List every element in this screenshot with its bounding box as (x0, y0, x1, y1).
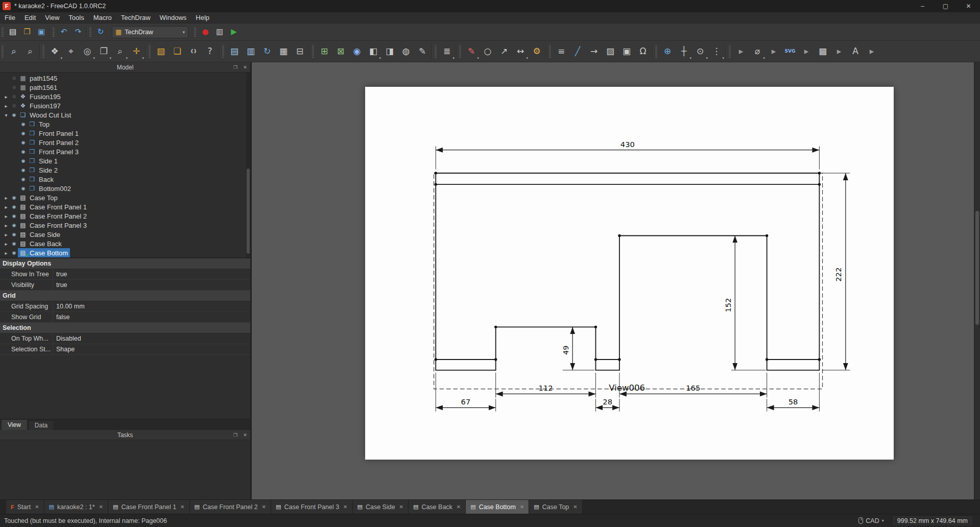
menu-item-tools[interactable]: Tools (64, 12, 88, 23)
tree-item[interactable]: ▸◉▤Case Front Panel 2 (0, 211, 250, 221)
zoom-in-button[interactable]: ⌕ (22, 43, 38, 60)
tree-expand-arrow[interactable]: ▸ (2, 213, 10, 219)
tab-data[interactable]: Data (28, 420, 54, 430)
workbench-selector[interactable]: ▦ TechDraw ▾ (112, 26, 188, 38)
menu-item-help[interactable]: Help (191, 12, 214, 23)
visibility-eye-icon[interactable]: ◉ (19, 158, 27, 163)
tree-item[interactable]: ▸◉▤✓Case Bottom (0, 248, 250, 257)
mdi-tab-case-side[interactable]: ▤Case Side✕ (353, 500, 409, 514)
techdraw-view006[interactable]: 430 222 152 49 112 165 67 28 58 View006 (365, 87, 894, 460)
complex-section-button[interactable]: ◨ (381, 43, 398, 60)
mdi-tab-case-bottom[interactable]: ▤Case Bottom✕ (466, 500, 529, 514)
close-icon[interactable]: ✕ (343, 504, 347, 510)
viewport-scrollbar[interactable] (974, 62, 980, 499)
line-attributes-button[interactable]: ╱ (569, 43, 586, 60)
axonometric-view-button[interactable]: ❖▾ (46, 43, 63, 60)
toolbar-overflow-2-button[interactable]: ▸ (766, 43, 782, 60)
tree-item[interactable]: ◉❒Front Panel 1 (0, 129, 250, 138)
menu-item-windows[interactable]: Windows (155, 12, 192, 23)
draw-style-button[interactable]: ◎▾ (79, 43, 95, 60)
mdi-tab-case-front-panel-2[interactable]: ▤Case Front Panel 2✕ (190, 500, 272, 514)
visibility-eye-icon[interactable]: ◉ (19, 149, 27, 154)
print-button[interactable]: ⊟ (292, 43, 308, 60)
fit-selection-button[interactable]: ⌖ (63, 43, 79, 60)
toolbar-overflow-1-button[interactable]: ▸ (733, 43, 749, 60)
property-value[interactable]: Disabled (53, 333, 250, 344)
scrollbar-thumb[interactable] (975, 211, 979, 325)
maximize-button[interactable]: ▢ (934, 0, 957, 12)
cosmetic-vertex-tools-button[interactable]: ⊙▾ (692, 43, 708, 60)
detail-view-button[interactable]: ◍ (398, 43, 414, 60)
insert-active-view-button[interactable]: ◉ (349, 43, 365, 60)
tree-expand-arrow[interactable]: ▸ (2, 204, 10, 210)
tree-item[interactable]: ▸◉▤Case Front Panel 1 (0, 202, 250, 211)
view-label[interactable]: View006 (609, 383, 645, 393)
tree-item[interactable]: ▸◉▤Case Top (0, 193, 250, 202)
visibility-eye-icon[interactable]: ◉ (10, 204, 18, 209)
property-value[interactable]: true (53, 269, 250, 279)
float-button[interactable]: ❐ (232, 64, 239, 71)
file-save-button[interactable]: ▣ (34, 25, 49, 39)
tree-item[interactable]: ▸◉▤Case Back (0, 239, 250, 248)
toolbar-overflow-3-button[interactable]: ▸ (798, 43, 815, 60)
tree-item[interactable]: ▸⊘❖Fusion195 (0, 92, 250, 101)
tree-item[interactable]: ◉❒Side 2 (0, 165, 250, 175)
hole-shaft-fit-button[interactable]: ⌀▾ (749, 43, 766, 60)
property-group-header[interactable]: Grid (0, 291, 250, 301)
extension-tools-button[interactable]: ⋮▾ (708, 43, 725, 60)
insert-view-button[interactable]: ⊞ (316, 43, 332, 60)
close-icon[interactable]: ✕ (520, 504, 524, 510)
dimension-tools-button[interactable]: ↔▾ (512, 43, 529, 60)
visibility-eye-icon[interactable]: ◉ (10, 241, 18, 246)
scrollbar-thumb[interactable] (247, 169, 250, 254)
mdi-tab-case-top[interactable]: ▤Case Top✕ (529, 500, 582, 514)
tree-expand-arrow[interactable]: ▸ (2, 94, 10, 100)
close-button[interactable]: ✕ (242, 432, 249, 439)
visibility-eye-icon[interactable]: ◉ (10, 112, 18, 117)
navigation-style-selector[interactable]: CAD ▾ (855, 517, 887, 525)
property-value[interactable]: Shape (53, 344, 250, 354)
macro-execute-button[interactable]: ▶ (227, 25, 241, 39)
dim-right-tab[interactable]: 58 (788, 397, 798, 406)
visibility-eye-icon[interactable]: ◉ (19, 177, 27, 182)
projection-group-button[interactable]: ⊠ (332, 43, 349, 60)
visibility-eye-icon[interactable]: ⊘ (10, 94, 18, 99)
visibility-eye-icon[interactable]: ◉ (10, 213, 18, 219)
mdi-tab-case-front-panel-3[interactable]: ▤Case Front Panel 3✕ (271, 500, 353, 514)
close-button[interactable]: ✕ (957, 0, 980, 12)
close-icon[interactable]: ✕ (573, 504, 577, 510)
insert-page-template-button[interactable]: ▥ (243, 43, 259, 60)
close-button[interactable]: ✕ (242, 64, 249, 71)
tree-item[interactable]: ▸◉▤Case Front Panel 3 (0, 221, 250, 230)
visibility-eye-icon[interactable]: ⊘ (10, 103, 18, 108)
tree-expand-arrow[interactable]: ▸ (2, 250, 10, 256)
undo-button[interactable]: ↶ (57, 25, 71, 39)
visibility-eye-icon[interactable]: ◉ (10, 195, 18, 200)
visibility-eye-icon[interactable]: ◉ (19, 122, 27, 127)
measure-tools-button[interactable]: ✛▾ (128, 43, 145, 60)
export-svg-button[interactable]: SVG (782, 43, 798, 60)
techdraw-viewport[interactable]: 430 222 152 49 112 165 67 28 58 View006 (252, 62, 980, 499)
dim-total-width[interactable]: 430 (620, 140, 635, 149)
property-group-header[interactable]: Selection (0, 323, 250, 333)
new-group-button[interactable]: ❏ (169, 43, 185, 60)
redo-button[interactable]: ↷ (71, 25, 85, 39)
face-centerline-button[interactable]: ⊕ (659, 43, 676, 60)
visibility-eye-icon[interactable]: ◉ (19, 140, 27, 145)
dim-step-height[interactable]: 49 (561, 345, 570, 355)
close-icon[interactable]: ✕ (262, 504, 266, 510)
menu-item-macro[interactable]: Macro (89, 12, 116, 23)
tree-item[interactable]: ▸⊘❖Fusion197 (0, 101, 250, 110)
close-icon[interactable]: ✕ (99, 504, 103, 510)
clip-group-button[interactable]: ▧ (153, 43, 169, 60)
stack-dimension-button[interactable]: ≣▾ (439, 43, 455, 60)
tree-item[interactable]: ◉❒Front Panel 2 (0, 138, 250, 147)
whats-this-button[interactable]: ? (202, 43, 218, 60)
menu-item-view[interactable]: View (40, 12, 64, 23)
annotation-button[interactable]: ≡ (553, 43, 569, 60)
menu-item-file[interactable]: File (0, 12, 20, 23)
minimize-button[interactable]: – (911, 0, 934, 12)
close-icon[interactable]: ✕ (399, 504, 403, 510)
draft-view-button[interactable]: ✎ (414, 43, 431, 60)
mdi-tab-case-front-panel-1[interactable]: ▤Case Front Panel 1✕ (108, 500, 190, 514)
